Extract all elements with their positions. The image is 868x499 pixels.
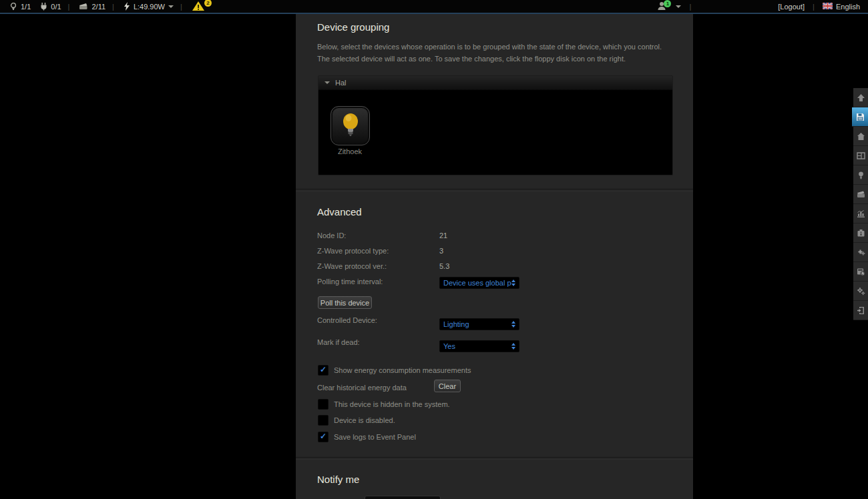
select-spinner-icon (511, 343, 515, 350)
fibaro-home-center-screen: 1/1 0/1 | 2/11 | L:49.90W | (0, 0, 868, 499)
lights-stat: 1/1 (9, 2, 31, 11)
collapse-chevron-icon (324, 81, 330, 84)
home-icon (857, 132, 865, 141)
modules-icon (79, 3, 88, 11)
node-id-value: 21 (439, 231, 447, 239)
protocol-type-label: Z-Wave protocol type: (317, 247, 389, 255)
home-button[interactable] (853, 127, 868, 146)
right-toolbar (853, 88, 868, 320)
mark-if-dead-value: Yes (443, 342, 455, 350)
clear-energy-label: Clear historical energy data (317, 384, 407, 392)
rooms-icon (857, 151, 865, 160)
scenes-icon (857, 268, 865, 276)
exit-icon (857, 306, 865, 315)
alerts-indicator[interactable]: 2 (192, 1, 205, 13)
room-name: Hal (335, 79, 347, 87)
panels-button[interactable] (853, 223, 868, 243)
save-logs-label: Save logs to Event Panel (334, 433, 416, 441)
save-button[interactable] (852, 107, 868, 127)
energy-stat[interactable]: L:49.90W (124, 2, 174, 11)
device-hidden-label: This device is hidden in the system. (334, 400, 450, 408)
chevron-down-icon (676, 5, 681, 8)
scroll-up-button[interactable] (853, 88, 868, 107)
device-grouping-description: Below, select the devices whose operatio… (317, 41, 674, 65)
device-tile-zithoek[interactable] (331, 106, 370, 145)
lightbulb-icon (9, 2, 17, 11)
polling-interval-value: Device uses global po (443, 279, 511, 287)
uk-flag-icon (823, 3, 833, 11)
protocol-type-value: 3 (439, 247, 443, 255)
modules-button[interactable] (853, 185, 868, 204)
room-panel-header[interactable]: Hal (318, 76, 672, 90)
warning-icon (192, 1, 205, 13)
device-tile-label: Zithoek (318, 147, 381, 155)
gears-icon (857, 287, 865, 296)
lightning-icon (124, 2, 130, 11)
configuration-button[interactable] (853, 282, 868, 301)
rooms-button[interactable] (853, 146, 868, 165)
devices-button[interactable] (853, 165, 868, 185)
clear-energy-button[interactable]: Clear (434, 380, 461, 392)
device-disabled-label: Device is disabled. (334, 416, 395, 424)
user-menu[interactable]: 1 (657, 1, 681, 12)
select-spinner-icon (511, 321, 515, 328)
energy-measurements-label: Show energy consumption measurements (334, 366, 471, 374)
protocol-ver-label: Z-Wave protocol ver.: (317, 262, 387, 270)
language-label: English (836, 3, 860, 11)
polling-interval-select[interactable]: Device uses global po (439, 277, 519, 289)
energy-panel-button[interactable] (853, 204, 868, 223)
lights-stat-value: 1/1 (21, 3, 31, 11)
notify-me-title: Notify me (317, 474, 359, 485)
energy-chart-icon (857, 209, 865, 218)
section-divider (296, 457, 693, 460)
protocol-ver-value: 5.3 (439, 262, 449, 270)
chevron-down-icon (168, 5, 174, 8)
topbar-separator: | (689, 3, 691, 11)
node-id-label: Node ID: (317, 231, 346, 239)
modules-stat: 2/11 (79, 3, 105, 11)
notify-partial-control[interactable] (365, 496, 441, 499)
lightbulb-device-icon (339, 111, 362, 141)
topbar-separator: | (68, 3, 70, 11)
modules-stat-value: 2/11 (91, 3, 105, 11)
topbar-separator: | (112, 3, 114, 11)
select-spinner-icon (511, 280, 515, 286)
energy-measurements-checkbox[interactable]: ✓ (318, 365, 329, 376)
arrow-up-icon (857, 93, 865, 102)
advanced-title: Advanced (317, 206, 362, 217)
controlled-device-value: Lighting (443, 320, 469, 328)
plugins-button[interactable] (853, 243, 868, 262)
controlled-device-select[interactable]: Lighting (439, 318, 519, 330)
plugins-icon (857, 248, 865, 257)
scenes-button[interactable] (853, 262, 868, 282)
device-grouping-title: Device grouping (317, 21, 389, 33)
exit-button[interactable] (853, 301, 868, 320)
settings-content-panel: Device grouping Below, select the device… (296, 14, 693, 499)
panels-icon (857, 229, 865, 237)
save-floppy-icon (856, 113, 865, 121)
top-status-bar: 1/1 0/1 | 2/11 | L:49.90W | (0, 0, 868, 13)
language-selector[interactable]: English (823, 3, 860, 11)
section-divider (296, 189, 693, 191)
logout-link[interactable]: [Logout] (778, 3, 805, 11)
plug-icon (40, 2, 47, 11)
mark-if-dead-select[interactable]: Yes (439, 340, 519, 352)
controlled-device-label: Controlled Device: (317, 316, 377, 324)
bulb-icon (857, 171, 865, 179)
plug-stat-value: 0/1 (51, 3, 61, 11)
topbar-separator: | (813, 3, 815, 11)
mark-if-dead-label: Mark if dead: (317, 338, 360, 346)
plug-stat: 0/1 (40, 2, 61, 11)
poll-device-button[interactable]: Poll this device (318, 296, 372, 309)
modules-icon (857, 190, 865, 199)
device-disabled-checkbox[interactable] (318, 415, 329, 426)
user-badge: 1 (664, 0, 671, 7)
energy-stat-value: L:49.90W (134, 3, 165, 11)
room-group-panel: Hal Zithoek (318, 75, 673, 175)
save-logs-checkbox[interactable]: ✓ (318, 432, 329, 442)
device-hidden-checkbox[interactable] (318, 399, 329, 410)
topbar-separator: | (180, 3, 182, 11)
alerts-badge: 2 (204, 0, 212, 7)
polling-interval-label: Polling time interval: (317, 278, 383, 286)
